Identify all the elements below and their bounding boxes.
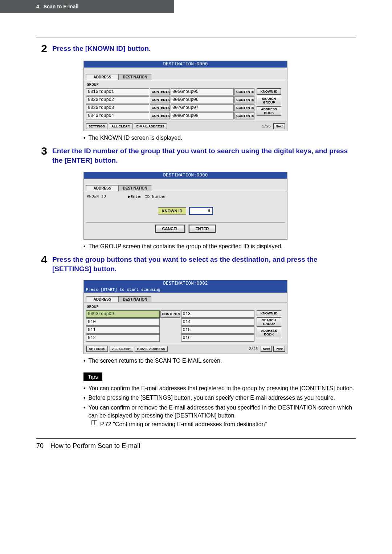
s3-search-group-button[interactable]: SEARCH GROUP [257,317,281,327]
step-4-number: 4 [36,254,47,273]
s1-group02[interactable]: 002Group02 [86,96,149,103]
cross-reference: P.72 "Confirming or removing E-mail addr… [100,420,267,428]
s1-address-book-button[interactable]: ADDRESS BOOK [257,106,281,116]
s3-slot-012[interactable]: 012 [86,334,160,342]
tip-1: You can confirm the E-mail addresses tha… [89,384,356,392]
step-3-text: Enter the ID number of the group that yo… [52,146,356,165]
s2-enter-id-prompt: ▶Enter ID Number [128,194,167,199]
s2-tab-destination[interactable]: DESTINATION [119,185,151,191]
s1-tab-address[interactable]: ADDRESS [86,74,119,80]
s1-contents-5[interactable]: CONTENTS [234,88,254,95]
step-2-note: The KNOWN ID screen is displayed. [89,134,183,142]
s3-next-button[interactable]: Next [261,346,272,352]
s1-email-button[interactable]: E-MAIL ADDRESS [134,123,167,129]
step-4-text: Press the group buttons that you want to… [52,254,356,273]
s1-tab-destination[interactable]: DESTINATION [119,74,151,80]
s1-group-label: GROUP [86,82,285,88]
s3-known-id-button[interactable]: KNOWN ID [257,310,281,316]
screenshot-3: DESTINATION:0002 Press [START] to start … [83,280,287,354]
s1-page-indicator: 1/25 [262,125,270,129]
chapter-title: Scan to E-mail [44,4,78,9]
page-number: 70 [36,442,44,449]
s3-subtitle: Press [START] to start scanning [84,287,287,293]
s1-group01[interactable]: 001Group01 [86,88,149,95]
bullet-dot: • [83,134,86,142]
s1-contents-4[interactable]: CONTENTS [150,112,170,119]
s2-destination-bar: DESTINATION:0000 [84,172,287,179]
s3-slot-016[interactable]: 016 [181,334,255,342]
s1-destination-bar: DESTINATION:0000 [84,61,287,68]
s2-enter-button[interactable]: ENTER [189,225,215,233]
s3-slot-015[interactable]: 015 [181,326,255,334]
step-2: 2 Press the [KNOWN ID] button. [36,43,356,54]
step-4: 4 Press the group buttons that you want … [36,254,356,273]
s1-contents-1[interactable]: CONTENTS [150,88,170,95]
s1-allclear-button[interactable]: ALL CLEAR [109,123,132,129]
bullet-dot: • [83,404,86,420]
s3-destination-bar: DESTINATION:0002 [84,280,287,287]
s1-group05[interactable]: 005Group05 [171,88,234,95]
book-icon [91,420,97,425]
step-2-text: Press the [KNOWN ID] button. [52,43,356,54]
step-4-note: The screen returns to the SCAN TO E-MAIL… [89,357,222,365]
s1-group06[interactable]: 006Group06 [171,96,234,103]
s2-known-id-label: KNOWN ID [87,194,119,199]
s1-contents-6[interactable]: CONTENTS [234,96,254,103]
bottom-rule [36,438,356,439]
s2-cancel-button[interactable]: CANCEL [155,225,185,233]
footer-title: How to Perform Scan to E-mail [50,442,140,449]
s3-email-button[interactable]: E-MAIL ADDRESS [135,346,168,352]
s1-contents-7[interactable]: CONTENTS [234,104,254,111]
s1-settings-button[interactable]: SETTINGS [86,123,107,129]
s1-known-id-button[interactable]: KNOWN ID [257,88,281,95]
s2-id-input[interactable]: 9 [189,207,213,215]
tips-heading: Tips [83,372,102,381]
bullet-dot: • [83,384,86,392]
s3-tab-address[interactable]: ADDRESS [86,296,119,302]
s2-tab-address[interactable]: ADDRESS [86,185,119,191]
s3-address-book-button[interactable]: ADDRESS BOOK [257,328,281,337]
s3-group-label: GROUP [86,304,285,310]
bullet-dot: • [83,357,86,365]
top-rule [36,37,356,37]
s1-search-group-button[interactable]: SEARCH GROUP [257,96,281,105]
step-3: 3 Enter the ID number of the group that … [36,146,356,165]
s3-slot-010[interactable]: 010 [86,318,160,326]
bullet-dot: • [83,243,86,250]
tip-3: You can confirm or remove the E-mail add… [89,404,356,420]
screenshot-2: DESTINATION:0000 ADDRESS DESTINATION KNO… [83,172,287,240]
s3-prev-button[interactable]: Prev [273,346,285,352]
s3-group09[interactable]: 009Group09 [86,310,160,318]
step-2-number: 2 [36,43,47,54]
step-3-number: 3 [36,146,47,165]
s1-contents-8[interactable]: CONTENTS [234,112,254,119]
s3-tab-destination[interactable]: DESTINATION [119,296,151,302]
s2-known-id-button[interactable]: KNOWN ID [158,207,187,215]
s1-contents-2[interactable]: CONTENTS [150,96,170,103]
s1-contents-3[interactable]: CONTENTS [150,104,170,111]
s3-slot-014[interactable]: 014 [181,318,255,326]
s1-group03[interactable]: 003Group03 [86,104,149,111]
chapter-number: 4 [36,4,39,9]
s1-group04[interactable]: 004Group04 [86,112,149,119]
screenshot-1: DESTINATION:0000 ADDRESS DESTINATION GRO… [83,61,287,131]
s1-group08[interactable]: 008Group08 [171,112,234,119]
s3-slot-011[interactable]: 011 [86,326,160,334]
s1-group07[interactable]: 007Group07 [171,104,234,111]
s3-allclear-button[interactable]: ALL CLEAR [110,346,133,352]
s3-contents-9[interactable]: CONTENTS [160,310,180,318]
s3-settings-button[interactable]: SETTINGS [86,346,108,352]
chapter-header: 4 Scan to E-mail [0,0,174,13]
s1-next-button[interactable]: Next [273,123,285,129]
s3-page-indicator: 2/25 [249,347,258,351]
step-3-note: The GROUP screen that contains the group… [89,243,283,250]
page-footer: 70 How to Perform Scan to E-mail [36,442,356,450]
bullet-dot: • [83,394,86,402]
s3-slot-013[interactable]: 013 [181,310,255,318]
tip-2: Before pressing the [SETTINGS] button, y… [89,394,356,402]
